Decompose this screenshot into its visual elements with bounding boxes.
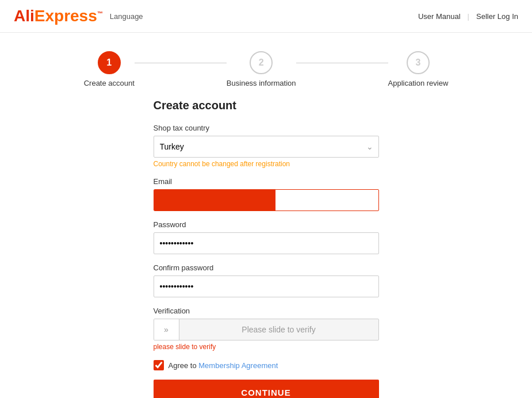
confirm-password-input[interactable] <box>154 275 379 297</box>
step-1: 1 Create account <box>84 51 135 87</box>
continue-button[interactable]: CONTINUE <box>154 380 379 398</box>
step-1-circle: 1 <box>98 51 121 74</box>
step-2: 2 Business information <box>227 51 296 87</box>
form-title: Create account <box>154 99 379 112</box>
header-divider: | <box>468 12 469 21</box>
slide-error-text: please slide to verify <box>154 343 379 351</box>
agree-row: Agree to Membership Agreement <box>154 360 379 370</box>
slider-handle[interactable]: » <box>154 319 179 340</box>
logo-express-text: Express <box>35 7 97 25</box>
shop-tax-country-select[interactable]: Turkey United States China <box>154 136 379 158</box>
seller-login-link[interactable]: Seller Log In <box>476 12 518 21</box>
agree-label: Agree to Membership Agreement <box>169 361 278 370</box>
user-manual-link[interactable]: User Manual <box>418 12 461 21</box>
logo-tm: ™ <box>97 10 103 17</box>
password-input[interactable] <box>154 232 379 254</box>
verification-group: Verification » Please slide to verify pl… <box>154 307 379 351</box>
step-3-circle: 3 <box>407 51 430 74</box>
shop-tax-country-group: Shop tax country Turkey United States Ch… <box>154 124 379 168</box>
shop-tax-country-wrapper: Turkey United States China ⌄ <box>154 136 379 158</box>
form-container: Create account Shop tax country Turkey U… <box>140 99 393 398</box>
confirm-password-label: Confirm password <box>154 263 379 272</box>
language-link[interactable]: Language <box>110 12 143 21</box>
country-warning: Country cannot be changed after registra… <box>154 160 379 168</box>
step-3-label: Application review <box>388 79 449 87</box>
confirm-password-group: Confirm password <box>154 263 379 297</box>
slider-arrow-icon: » <box>164 325 169 334</box>
email-input[interactable] <box>154 189 379 211</box>
step-2-label: Business information <box>227 79 296 87</box>
step-connector-1 <box>135 63 227 63</box>
header: AliExpress™ Language User Manual | Selle… <box>0 0 532 33</box>
email-label: Email <box>154 177 379 186</box>
password-label: Password <box>154 220 379 229</box>
logo-ali-text: Ali <box>14 7 35 25</box>
slider-text: Please slide to verify <box>179 325 378 334</box>
membership-agreement-link[interactable]: Membership Agreement <box>198 361 278 370</box>
email-group: Email <box>154 177 379 211</box>
header-right: User Manual | Seller Log In <box>418 12 518 21</box>
verification-slider[interactable]: » Please slide to verify <box>154 319 379 340</box>
step-1-label: Create account <box>84 79 135 87</box>
agree-checkbox[interactable] <box>154 360 164 370</box>
verification-label: Verification <box>154 307 379 315</box>
steps-container: 1 Create account 2 Business information … <box>0 33 532 99</box>
header-left: AliExpress™ Language <box>14 7 143 25</box>
step-2-circle: 2 <box>250 51 273 74</box>
logo: AliExpress™ <box>14 7 103 25</box>
shop-tax-country-label: Shop tax country <box>154 124 379 132</box>
step-3: 3 Application review <box>388 51 449 87</box>
step-connector-2 <box>296 63 388 63</box>
email-input-wrapper <box>154 189 379 211</box>
password-group: Password <box>154 220 379 254</box>
